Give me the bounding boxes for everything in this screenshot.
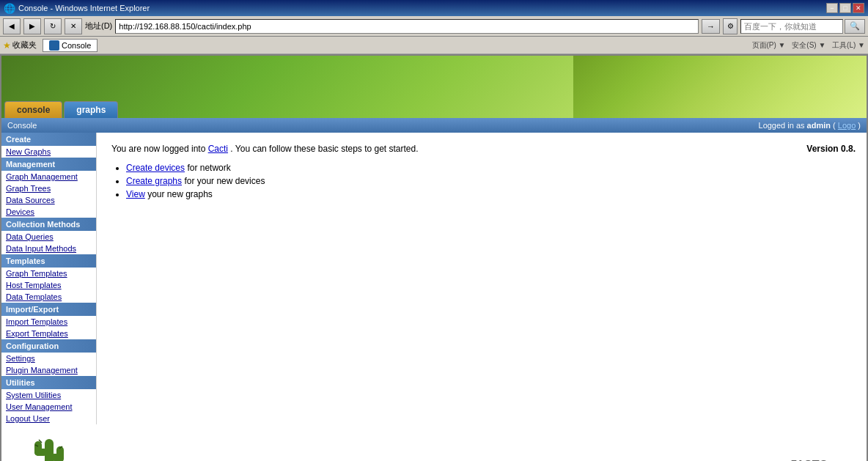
favorites-link[interactable]: ★ 收藏夹: [3, 40, 37, 51]
title-bar: 🌐 Console - Windows Internet Explorer − …: [0, 0, 868, 16]
ie-icon: 🌐: [4, 3, 15, 14]
logged-in-info: Logged in as admin ( Logo ): [759, 121, 861, 130]
sidebar-item-new-graphs[interactable]: New Graphs: [1, 146, 96, 158]
sidebar-item-data-templates[interactable]: Data Templates: [1, 291, 96, 303]
sidebar-header-configuration: Configuration: [1, 339, 96, 353]
search-area: 🔍: [740, 19, 865, 34]
sidebar-header-collection-methods: Collection Methods: [1, 218, 96, 231]
sidebar-item-graph-trees[interactable]: Graph Trees: [1, 182, 96, 194]
logout-link[interactable]: Logo: [838, 121, 856, 130]
cactus-icon: [27, 428, 71, 461]
back-button[interactable]: ◀: [3, 18, 21, 34]
version-text: Version 0.8.: [806, 144, 856, 154]
ie-tools: 页面(P) ▼ 安全(S) ▼ 工具(L) ▼: [752, 40, 866, 51]
cacti-header: console graphs: [1, 56, 867, 118]
tools-button[interactable]: ⚙: [723, 18, 738, 34]
admin-username: admin: [807, 121, 831, 130]
sidebar-item-user-management[interactable]: User Management: [1, 401, 96, 413]
console-bar-title: Console: [7, 121, 37, 130]
search-input[interactable]: [740, 19, 843, 34]
tools-menu[interactable]: 工具(L) ▼: [832, 41, 865, 49]
sidebar-item-import-templates[interactable]: Import Templates: [1, 316, 96, 328]
sidebar-item-graph-management[interactable]: Graph Management: [1, 171, 96, 182]
go-button[interactable]: →: [702, 19, 720, 34]
tab-console[interactable]: console: [4, 101, 62, 118]
cactus-area: [1, 424, 97, 461]
sidebar-item-devices[interactable]: Devices: [1, 206, 96, 218]
sidebar-header-templates: Templates: [1, 254, 96, 268]
sidebar-header-import-export: Import/Export: [1, 303, 96, 316]
sidebar-item-data-input-methods[interactable]: Data Input Methods: [1, 243, 96, 254]
tab-area: console graphs: [1, 101, 118, 118]
sidebar-item-data-sources[interactable]: Data Sources: [1, 194, 96, 206]
close-button[interactable]: ✕: [853, 3, 864, 13]
page-menu[interactable]: 页面(P) ▼: [752, 41, 786, 49]
stop-button[interactable]: ✕: [65, 18, 82, 34]
header-bg: [573, 56, 867, 118]
sidebar-item-logout-user[interactable]: Logout User: [1, 413, 96, 424]
sidebar-header-management: Management: [1, 158, 96, 171]
sidebar: Create New Graphs Management Graph Manag…: [1, 133, 97, 461]
address-bar: ◀ ▶ ↻ ✕ 地址(D) http://192.168.88.150/cact…: [0, 16, 868, 37]
list-item: Create devices for network: [126, 163, 852, 173]
security-menu[interactable]: 安全(S) ▼: [792, 41, 825, 49]
create-graphs-link[interactable]: Create graphs: [126, 176, 182, 186]
forward-button[interactable]: ▶: [23, 18, 41, 34]
browser-content: console graphs Console Logged in as admi…: [0, 54, 868, 461]
favorites-label: 收藏夹: [12, 40, 37, 51]
sidebar-item-plugin-management[interactable]: Plugin Management: [1, 364, 96, 376]
console-bar: Console Logged in as admin ( Logo ): [1, 118, 867, 133]
cacti-link[interactable]: Cacti: [208, 144, 228, 154]
sidebar-item-settings[interactable]: Settings: [1, 353, 96, 364]
list-item: View your new graphs: [126, 189, 852, 199]
welcome-message: You are now logged into Cacti . You can …: [111, 144, 852, 154]
search-button[interactable]: 🔍: [845, 19, 865, 34]
window-controls[interactable]: − □ ✕: [826, 3, 864, 13]
content-area: Version 0.8. You are now logged into Cac…: [97, 133, 867, 461]
sidebar-item-system-utilities[interactable]: System Utilities: [1, 389, 96, 401]
sidebar-item-graph-templates[interactable]: Graph Templates: [1, 268, 96, 279]
tab-graphs[interactable]: graphs: [64, 101, 118, 118]
favorites-bar: ★ 收藏夹 Console 页面(P) ▼ 安全(S) ▼ 工具(L) ▼: [0, 37, 868, 54]
address-label: 地址(D): [85, 21, 112, 32]
refresh-button[interactable]: ↻: [44, 18, 62, 34]
console-bookmark-label: Console: [62, 41, 91, 50]
star-icon: ★: [3, 40, 11, 51]
list-item: Create graphs for your new devices: [126, 176, 852, 186]
window-title: Console - Windows Internet Explorer: [18, 4, 150, 12]
address-input[interactable]: http://192.168.88.150/cacti/index.php: [115, 19, 699, 34]
sidebar-header-create: Create: [1, 133, 96, 146]
maximize-button[interactable]: □: [839, 3, 851, 13]
svg-rect-2: [34, 441, 42, 456]
console-bookmark-icon: [49, 40, 59, 51]
create-devices-link[interactable]: Create devices: [126, 163, 185, 173]
sidebar-item-data-queries[interactable]: Data Queries: [1, 231, 96, 243]
main-content: Create New Graphs Management Graph Manag…: [1, 133, 867, 461]
sidebar-item-export-templates[interactable]: Export Templates: [1, 328, 96, 339]
sidebar-item-host-templates[interactable]: Host Templates: [1, 279, 96, 291]
view-link[interactable]: View: [126, 189, 145, 199]
console-bookmark[interactable]: Console: [43, 39, 98, 52]
sidebar-header-utilities: Utilities: [1, 376, 96, 389]
steps-list: Create devices for network Create graphs…: [126, 163, 852, 199]
minimize-button[interactable]: −: [826, 3, 838, 13]
